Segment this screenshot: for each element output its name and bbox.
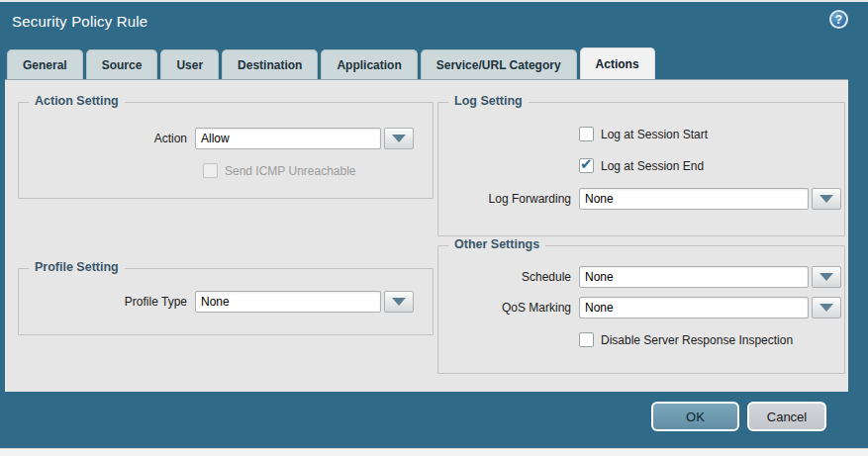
log-session-end-label: Log at Session End bbox=[601, 159, 704, 173]
tab-source[interactable]: Source bbox=[86, 49, 158, 79]
qos-marking-dropdown-button[interactable] bbox=[812, 297, 841, 319]
log-session-start-label: Log at Session Start bbox=[601, 128, 708, 141]
tab-application[interactable]: Application bbox=[321, 49, 417, 79]
other-settings-panel: Other Settings Schedule None QoS Marking… bbox=[437, 245, 845, 374]
security-policy-rule-dialog: Security Policy Rule ? General Source Us… bbox=[0, 0, 868, 456]
log-forwarding-label: Log Forwarding bbox=[438, 192, 579, 206]
log-forwarding-dropdown-button[interactable] bbox=[812, 188, 841, 210]
log-forwarding-value: None bbox=[585, 192, 614, 206]
schedule-value: None bbox=[585, 270, 614, 284]
schedule-dropdown[interactable]: None bbox=[579, 266, 809, 288]
log-forwarding-combo: None bbox=[579, 188, 841, 210]
other-settings-legend: Other Settings bbox=[448, 237, 545, 251]
profile-setting-legend: Profile Setting bbox=[29, 260, 125, 274]
log-session-end-checkbox[interactable]: ✔ bbox=[579, 158, 594, 173]
cancel-button[interactable]: Cancel bbox=[747, 402, 826, 431]
log-setting-panel: Log Setting ✔ Log at Session Start ✔ Log… bbox=[437, 102, 845, 236]
schedule-label: Schedule bbox=[438, 270, 579, 284]
qos-marking-combo: None bbox=[579, 297, 841, 319]
tab-content-actions: Action Setting Action Allow ✔ Send ICMP … bbox=[5, 79, 848, 392]
send-icmp-label: Send ICMP Unreachable bbox=[225, 164, 356, 178]
chevron-down-icon bbox=[820, 195, 833, 203]
log-setting-legend: Log Setting bbox=[448, 94, 529, 108]
profile-setting-panel: Profile Setting Profile Type None bbox=[18, 268, 434, 335]
schedule-combo: None bbox=[579, 266, 841, 288]
log-session-start-checkbox[interactable]: ✔ bbox=[579, 127, 594, 141]
disable-server-response-inspection-label: Disable Server Response Inspection bbox=[601, 333, 793, 347]
tab-user[interactable]: User bbox=[160, 49, 219, 79]
qos-marking-label: QoS Marking bbox=[438, 301, 579, 315]
help-icon[interactable]: ? bbox=[829, 10, 848, 29]
tab-service-url-category[interactable]: Service/URL Category bbox=[421, 49, 577, 79]
tab-destination[interactable]: Destination bbox=[222, 49, 318, 79]
chevron-down-icon bbox=[392, 298, 406, 306]
log-forwarding-dropdown[interactable]: None bbox=[579, 188, 809, 210]
send-icmp-checkbox[interactable]: ✔ bbox=[203, 163, 218, 178]
action-value: Allow bbox=[201, 132, 230, 145]
bottom-edge-strip bbox=[0, 448, 868, 456]
action-dropdown[interactable]: Allow bbox=[195, 128, 381, 149]
check-icon: ✔ bbox=[580, 156, 593, 171]
action-combo: Allow bbox=[195, 128, 414, 149]
tab-actions[interactable]: Actions bbox=[580, 47, 655, 79]
disable-server-response-inspection-checkbox[interactable]: ✔ bbox=[579, 332, 594, 347]
qos-marking-value: None bbox=[585, 301, 614, 315]
tab-general[interactable]: General bbox=[7, 49, 83, 79]
tab-strip: General Source User Destination Applicat… bbox=[7, 48, 655, 79]
title-bar: Security Policy Rule ? bbox=[0, 2, 868, 46]
action-setting-panel: Action Setting Action Allow ✔ Send ICMP … bbox=[18, 102, 434, 199]
action-dropdown-button[interactable] bbox=[384, 128, 414, 149]
chevron-down-icon bbox=[820, 304, 833, 312]
help-glyph: ? bbox=[835, 14, 842, 26]
ok-button[interactable]: OK bbox=[651, 402, 739, 431]
profile-type-dropdown-button[interactable] bbox=[384, 291, 414, 313]
qos-marking-dropdown[interactable]: None bbox=[579, 297, 809, 319]
profile-type-dropdown[interactable]: None bbox=[195, 291, 381, 313]
action-label: Action bbox=[19, 132, 195, 145]
dialog-title: Security Policy Rule bbox=[12, 13, 147, 30]
chevron-down-icon bbox=[392, 135, 406, 142]
profile-type-combo: None bbox=[195, 291, 414, 313]
action-setting-legend: Action Setting bbox=[29, 94, 125, 108]
profile-type-label: Profile Type bbox=[19, 295, 195, 309]
chevron-down-icon bbox=[820, 273, 833, 281]
profile-type-value: None bbox=[201, 295, 230, 309]
schedule-dropdown-button[interactable] bbox=[812, 266, 841, 288]
